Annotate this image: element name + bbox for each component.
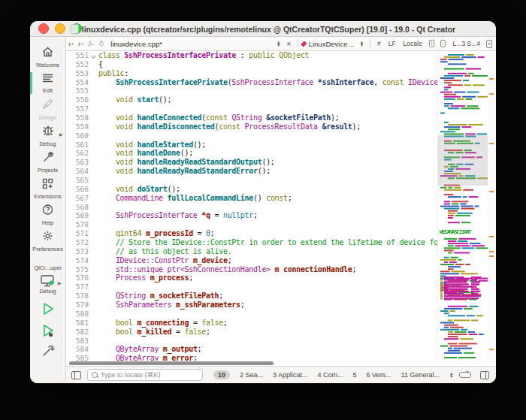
code-line-572[interactable]: 572 // Store the IDevice::ConstPtr in or… [66,238,437,247]
code-line-557[interactable]: 557 [66,104,437,113]
minimap-viewport[interactable] [438,135,488,186]
scrollbar-annotation-strip[interactable] [488,51,496,361]
code-line-561[interactable]: 561 void handleStarted(); [66,141,437,150]
symbol-dropdown[interactable]: LinuxDevicePrivate::... [309,40,357,48]
code-line-556[interactable]: 556 void start(); [66,95,437,104]
minimap[interactable]: WECANASCIIART [437,51,488,361]
line-number: 553 [66,69,89,78]
line-ending-indicator[interactable]: LF [388,40,396,47]
split-editor-icon[interactable]: + [486,40,492,48]
code-line-563[interactable]: 563 void handleReadyReadStandardOutput()… [66,158,437,167]
search-result-marker[interactable] [489,143,494,144]
code-text [98,86,437,95]
output-pane-button-3[interactable]: 3 Applicat... [273,371,308,379]
code-text [98,283,437,292]
code-line-581[interactable]: 581 bool m_connecting = false; [66,319,437,328]
line-number: 558 [66,113,89,122]
code-editor[interactable]: 551class SshProcessInterfacePrivate : pu… [66,51,437,361]
code-line-569[interactable]: 569 SshProcessInterface *q = nullptr; [66,211,437,220]
code-line-580[interactable]: 580 [66,310,437,319]
horizontal-scrollbar-thumb[interactable] [69,361,274,365]
code-line-575[interactable]: 575 std::unique_ptr<SshConnectionHandle>… [66,265,437,274]
build-button[interactable] [41,344,56,361]
code-line-558[interactable]: 558 void handleConnected(const QString &… [66,113,437,122]
code-text: class SshProcessInterfacePrivate : publi… [98,51,437,60]
sidebar-item-edit[interactable]: Edit [30,70,66,96]
code-line-582[interactable]: 582 bool m_killed = false; [66,328,437,337]
line-number: 585 [66,354,89,361]
code-line-574[interactable]: 574 IDevice::ConstPtr m_device; [66,256,437,265]
code-line-571[interactable]: 571 qint64 m_processId = 0; [66,229,437,238]
run-button[interactable] [41,301,55,316]
search-result-marker[interactable] [489,236,494,237]
locator-search-input[interactable]: Type to locate (⌘K) [87,369,203,381]
sidebar-item-extensions[interactable]: Extensions [30,175,66,201]
code-line-579[interactable]: 579 SshParameters m_sshParameters; [66,301,437,310]
code-line-564[interactable]: 564 void handleReadyReadStandardError(); [66,167,437,176]
output-pane-button-1[interactable]: 10 [213,370,230,379]
code-line-577[interactable]: 577 [66,283,437,292]
symbol-dropdown-arrows-icon[interactable]: ▲▼ [360,41,364,47]
output-pane-button-6[interactable]: 6 Vers... [367,371,391,379]
sidebar-item-preferences[interactable]: Preferences [30,228,66,254]
search-result-marker[interactable] [489,349,494,350]
code-line-551[interactable]: 551class SshProcessInterfacePrivate : pu… [66,51,437,60]
toggle-right-sidebar-icon[interactable] [480,371,489,379]
fold-column [89,337,98,346]
code-line-578[interactable]: 578 QString m_socketFilePath; [66,292,437,301]
hash-indicator[interactable]: # [377,40,381,47]
go-back-button[interactable]: ‹▾ [68,40,74,48]
sidebar-item-design[interactable]: Design [30,96,66,122]
code-line-553[interactable]: 553public: [66,69,437,78]
code-line-559[interactable]: 559 void handleDisconnected(const Proces… [66,122,437,131]
search-result-marker[interactable] [489,255,494,257]
search-result-marker[interactable] [489,78,494,80]
output-pane-button-5[interactable]: 5 [353,371,357,379]
horizontal-scrollbar[interactable] [66,361,496,366]
build-target-selector[interactable]: ▶ Debug [39,274,56,295]
sidebar-item-debug[interactable]: ▶Debug [30,122,66,149]
search-result-marker[interactable] [489,93,494,95]
fold-marker-icon[interactable] [89,51,98,60]
toggle-left-sidebar-icon[interactable] [71,371,81,379]
output-pane-button-2[interactable]: 2 Sea... [240,371,263,379]
editor-toolbar: ‹▾ ›▾ ⍼ ⥁ linuxdevice.cpp* ▲▼ × LinuxDev… [66,37,496,51]
close-document-button[interactable]: × [286,40,291,48]
debug-run-button[interactable] [41,323,55,338]
output-pane-button-7[interactable]: 11 General... [401,371,440,379]
code-line-567[interactable]: 567 CommandLine fullLocalCommandLine() c… [66,194,437,203]
fold-column [89,273,98,283]
line-number: 559 [66,122,89,131]
code-line-570[interactable]: 570 [66,220,437,229]
code-line-583[interactable]: 583 [66,337,437,346]
sidebar-item-projects[interactable]: Projects [30,149,66,175]
file-properties-icon[interactable] [429,40,434,47]
code-line-573[interactable]: 573 // as this object is alive. [66,247,437,256]
code-line-585[interactable]: 585 QByteArray m_error; [66,354,437,361]
code-line-554[interactable]: 554 SshProcessInterfacePrivate(SshProces… [66,78,437,87]
code-line-566[interactable]: 566 void doStart(); [66,185,437,194]
sidebar-item-help[interactable]: Help [30,201,66,228]
open-document-name[interactable]: linuxdevice.cpp* [110,40,162,48]
code-line-584[interactable]: 584 QByteArray m_output; [66,345,437,354]
code-line-568[interactable]: 568 [66,203,437,212]
search-result-marker[interactable] [489,191,494,192]
code-line-555[interactable]: 555 [66,86,437,95]
code-line-576[interactable]: 576 Process m_process; [66,273,437,283]
code-line-560[interactable]: 560 [66,131,437,141]
output-pane-button-4[interactable]: 4 Com... [318,371,343,379]
line-number: 566 [66,185,89,194]
reload-icon[interactable]: ⥁ [98,40,104,48]
go-forward-button[interactable]: ›▾ [78,40,83,48]
code-line-552[interactable]: 552{ [66,60,437,69]
code-line-565[interactable]: 565 [66,176,437,185]
document-dropdown-icon[interactable]: ▲▼ [277,41,280,47]
sidebar-item-welcome[interactable]: Welcome [30,44,66,70]
line-column-indicator[interactable]: L...3 S...4 [452,40,479,47]
encoding-indicator[interactable]: Locale [404,40,422,47]
code-line-562[interactable]: 562 void handleDone(); [66,149,437,158]
output-panes-arrows-icon[interactable]: ▲▼ [449,372,453,379]
kit-selector-label[interactable]: QtCr...uper [34,264,62,271]
outline-icon[interactable] [440,40,446,47]
search-result-marker[interactable] [489,251,494,252]
